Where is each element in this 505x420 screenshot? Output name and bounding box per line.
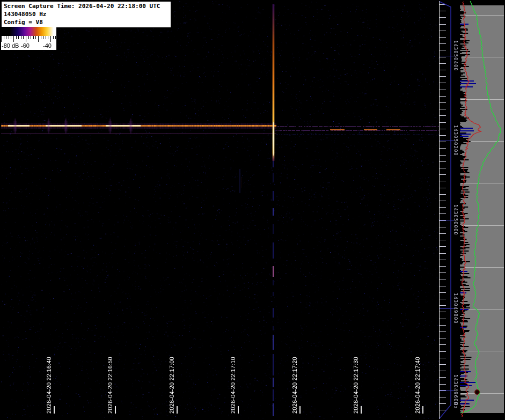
colorbar-gradient: [1, 27, 56, 36]
center-frequency-text: 143048050 Hz: [4, 10, 169, 18]
time-label: 2026-04-20 22:16:40: [46, 357, 52, 414]
colorbar-min-label: -80 dB: [2, 42, 19, 49]
spectrogram-canvas: [0, 0, 505, 420]
config-text: Config = V8: [4, 18, 169, 26]
capture-info-box: Screen Capture Time: 2026-04-20 22:18:00…: [1, 1, 171, 28]
freq-unit-label: Hz: [453, 402, 458, 409]
capture-time-text: Screen Capture Time: 2026-04-20 22:18:00…: [4, 2, 169, 10]
freq-label: 143050000: [453, 204, 458, 235]
freq-label: 143050200: [453, 125, 458, 156]
time-label: 2026-04-20 22:17:10: [230, 357, 236, 414]
time-label: 2026-04-20 22:17:40: [414, 357, 421, 414]
time-label: 2026-04-20 22:17:30: [353, 357, 359, 414]
time-label: 2026-04-20 22:17:20: [291, 357, 298, 414]
freq-label: 143049600: [453, 374, 458, 406]
colorbar-max-label: -40: [43, 42, 52, 49]
colorbar-ruler: [1, 36, 56, 42]
time-label: 2026-04-20 22:16:50: [107, 357, 113, 414]
freq-label: 143049800: [453, 293, 458, 324]
freq-label: 143050400: [453, 40, 458, 71]
colorbar-mid-label: -60: [21, 42, 30, 49]
colorbar-legend: -80 dB -60 -40: [1, 27, 56, 50]
screen-capture: Screen Capture Time: 2026-04-20 22:18:00…: [0, 0, 505, 420]
time-label: 2026-04-20 22:17:00: [169, 357, 175, 414]
